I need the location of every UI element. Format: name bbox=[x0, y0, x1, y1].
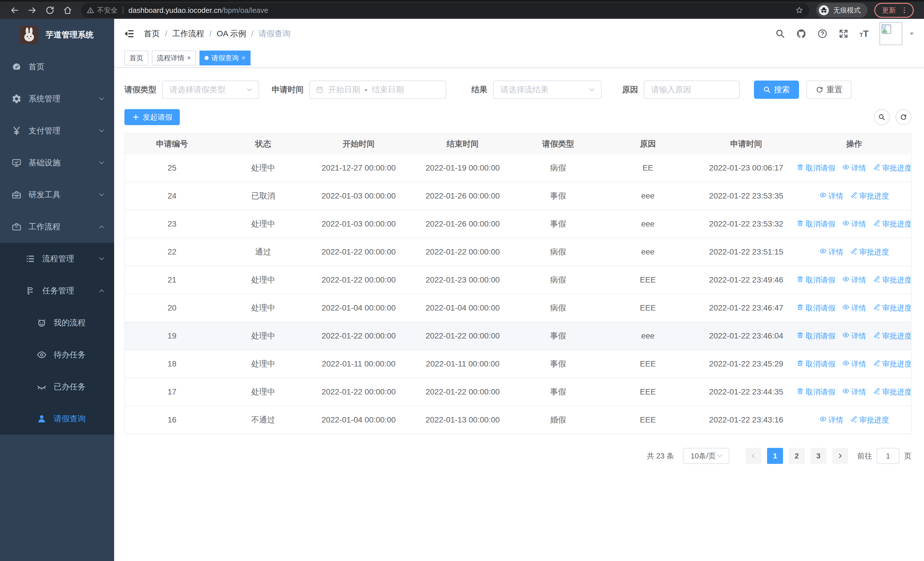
search-icon bbox=[878, 113, 885, 121]
breadcrumb-oa-example[interactable]: OA 示例 bbox=[217, 28, 246, 39]
security-warning[interactable]: 不安全 bbox=[87, 6, 118, 15]
reset-button[interactable]: 重置 bbox=[806, 81, 852, 99]
eye-icon bbox=[819, 415, 827, 425]
action-detail-link[interactable]: 详情 bbox=[819, 247, 843, 257]
address-bar[interactable]: 不安全 dashboard.yudao.iocoder.cn/bpm/oa/le… bbox=[81, 3, 809, 18]
tab-请假查询[interactable]: 请假查询× bbox=[200, 51, 250, 65]
sidebar-item-payment[interactable]: 支付管理 bbox=[0, 115, 114, 147]
next-page-button[interactable] bbox=[832, 448, 848, 464]
action-detail-link[interactable]: 详情 bbox=[819, 191, 843, 201]
sidebar-item-task-mgmt[interactable]: 任务管理 bbox=[0, 275, 114, 307]
action-label: 审批进度 bbox=[859, 191, 889, 201]
prev-page-button[interactable] bbox=[746, 448, 761, 464]
tab-首页[interactable]: 首页 bbox=[124, 51, 148, 65]
reason-input[interactable] bbox=[651, 85, 732, 94]
edit-icon bbox=[873, 387, 880, 397]
result-select[interactable]: 请选择流结果 bbox=[493, 81, 602, 99]
action-progress-link[interactable]: 审批进度 bbox=[873, 275, 911, 285]
fullscreen-icon[interactable] bbox=[838, 29, 849, 39]
action-progress-link[interactable]: 审批进度 bbox=[873, 359, 911, 369]
breadcrumb-home[interactable]: 首页 bbox=[144, 28, 160, 39]
sidebar-item-workflow[interactable]: 工作流程 bbox=[0, 211, 114, 243]
sidebar-item-process-mgmt[interactable]: 流程管理 bbox=[0, 243, 114, 275]
cell-start-time: 2021-12-27 00:00:00 bbox=[308, 163, 410, 173]
cell-actions: 取消请假详情审批进度 bbox=[798, 387, 911, 397]
action-cancel-link[interactable]: 取消请假 bbox=[798, 359, 836, 369]
action-cancel-link[interactable]: 取消请假 bbox=[798, 163, 836, 173]
edit-icon bbox=[850, 415, 858, 425]
action-progress-link[interactable]: 审批进度 bbox=[873, 331, 911, 341]
tab-流程详情[interactable]: 流程详情× bbox=[152, 51, 196, 65]
sidebar-toggle-icon[interactable] bbox=[123, 28, 135, 39]
page-1-button[interactable]: 1 bbox=[767, 448, 783, 464]
robot-icon bbox=[36, 317, 47, 328]
home-icon[interactable] bbox=[63, 5, 72, 15]
close-icon[interactable]: × bbox=[242, 55, 245, 61]
sidebar-item-my-process[interactable]: 我的流程 bbox=[0, 307, 114, 339]
sidebar-item-leave-query[interactable]: 请假查询 bbox=[0, 403, 114, 435]
app-logo[interactable]: 芋道管理系统 bbox=[0, 19, 114, 51]
table-row: 16不通过2022-01-04 00:00:002022-01-13 00:00… bbox=[125, 406, 911, 434]
action-cancel-link[interactable]: 取消请假 bbox=[798, 387, 836, 397]
apply-time-range-picker[interactable]: 开始日期 - 结束日期 bbox=[309, 81, 446, 99]
action-progress-link[interactable]: 审批进度 bbox=[873, 219, 911, 229]
action-detail-link[interactable]: 详情 bbox=[842, 163, 866, 173]
leave-type-select[interactable]: 请选择请假类型 bbox=[162, 81, 259, 99]
breadcrumb-separator: / bbox=[210, 29, 212, 38]
avatar[interactable] bbox=[879, 22, 902, 45]
create-leave-button[interactable]: 发起请假 bbox=[124, 109, 180, 125]
page-2-button[interactable]: 2 bbox=[789, 448, 805, 464]
cell-leave-type: 病假 bbox=[515, 275, 601, 285]
action-progress-link[interactable]: 审批进度 bbox=[873, 163, 911, 173]
help-icon[interactable] bbox=[817, 29, 828, 39]
back-icon[interactable] bbox=[10, 5, 20, 15]
bookmark-star-icon[interactable] bbox=[795, 6, 804, 15]
action-detail-link[interactable]: 详情 bbox=[842, 219, 866, 229]
update-button[interactable]: 更新 bbox=[874, 3, 914, 18]
edit-icon bbox=[850, 191, 858, 201]
chevron-down-icon bbox=[98, 191, 105, 198]
refresh-table-button[interactable] bbox=[896, 109, 912, 125]
sidebar-item-system[interactable]: 系统管理 bbox=[0, 83, 114, 115]
action-detail-link[interactable]: 详情 bbox=[819, 415, 843, 425]
forward-icon[interactable] bbox=[27, 5, 37, 15]
action-progress-link[interactable]: 审批进度 bbox=[873, 303, 911, 313]
sidebar-item-infra[interactable]: 基础设施 bbox=[0, 147, 114, 179]
kebab-menu-icon[interactable] bbox=[900, 6, 908, 14]
sidebar-item-todo-tasks[interactable]: 待办任务 bbox=[0, 339, 114, 371]
font-size-icon[interactable]: TT bbox=[860, 29, 868, 39]
action-progress-link[interactable]: 审批进度 bbox=[850, 191, 889, 201]
reload-icon[interactable] bbox=[45, 5, 55, 15]
search-button[interactable]: 搜索 bbox=[754, 81, 799, 99]
sidebar-item-home[interactable]: 首页 bbox=[0, 51, 114, 83]
action-detail-link[interactable]: 详情 bbox=[842, 359, 866, 369]
close-icon[interactable]: × bbox=[187, 55, 191, 61]
page-size-select[interactable]: 10条/页 bbox=[683, 448, 729, 464]
action-cancel-link[interactable]: 取消请假 bbox=[798, 303, 836, 313]
search-icon[interactable] bbox=[775, 29, 785, 39]
action-cancel-link[interactable]: 取消请假 bbox=[798, 219, 836, 229]
action-cancel-link[interactable]: 取消请假 bbox=[798, 331, 836, 341]
action-detail-link[interactable]: 详情 bbox=[842, 331, 866, 341]
cell-apply-time: 2022-01-22 23:46:47 bbox=[695, 303, 797, 313]
action-detail-link[interactable]: 详情 bbox=[842, 275, 866, 285]
caret-down-icon[interactable] bbox=[909, 30, 915, 37]
chevron-down-icon bbox=[716, 453, 723, 459]
action-detail-link[interactable]: 详情 bbox=[842, 303, 866, 313]
chevron-up-icon bbox=[98, 223, 105, 230]
eye-closed-icon bbox=[36, 382, 47, 392]
dashboard-icon bbox=[11, 62, 22, 72]
action-progress-link[interactable]: 审批进度 bbox=[873, 387, 911, 397]
table-row: 19处理中2022-01-22 00:00:002022-01-22 00:00… bbox=[125, 322, 911, 350]
action-progress-link[interactable]: 审批进度 bbox=[850, 415, 889, 425]
sidebar-item-devtools[interactable]: 研发工具 bbox=[0, 179, 114, 211]
breadcrumb-workflow[interactable]: 工作流程 bbox=[172, 28, 204, 39]
action-detail-link[interactable]: 详情 bbox=[842, 387, 866, 397]
page-3-button[interactable]: 3 bbox=[810, 448, 826, 464]
action-cancel-link[interactable]: 取消请假 bbox=[798, 275, 836, 285]
goto-page-input[interactable] bbox=[877, 451, 899, 460]
github-icon[interactable] bbox=[796, 29, 806, 39]
toggle-search-button[interactable] bbox=[874, 109, 890, 125]
sidebar-item-done-tasks[interactable]: 已办任务 bbox=[0, 371, 114, 403]
action-progress-link[interactable]: 审批进度 bbox=[850, 247, 889, 257]
